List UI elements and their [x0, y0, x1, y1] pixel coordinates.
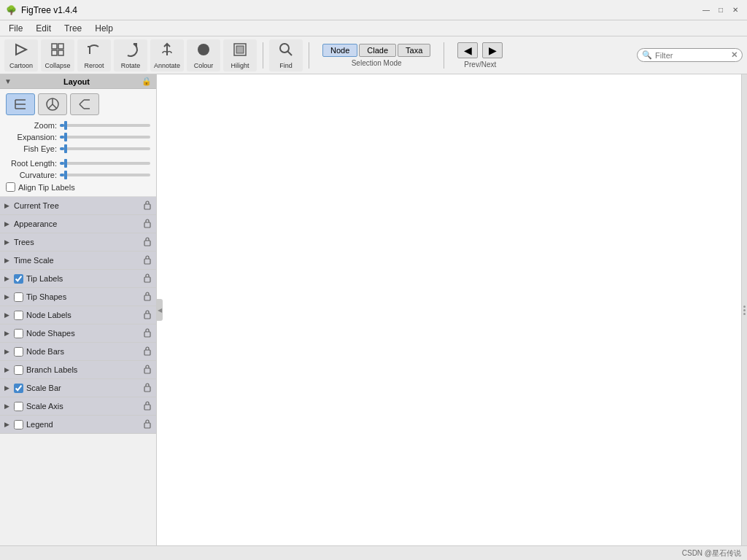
- titlebar-left: 🌳 FigTree v1.4.4: [6, 5, 77, 15]
- menu-item-file[interactable]: File: [3, 22, 28, 35]
- svg-rect-3: [58, 50, 63, 55]
- section-label-nodeShapes: Node Shapes: [26, 329, 140, 338]
- next-button[interactable]: ▶: [482, 42, 503, 58]
- find-label: Find: [279, 62, 293, 69]
- section-timeScale: ▶Time Scale: [0, 252, 156, 270]
- layout-type-buttons: [6, 93, 150, 115]
- prev-button[interactable]: ◀: [457, 42, 478, 58]
- section-check-branchLabels[interactable]: [14, 365, 23, 375]
- svg-rect-32: [144, 405, 150, 410]
- section-check-nodeLabels[interactable]: [14, 311, 23, 320]
- section-header-nodeShapes[interactable]: ▶Node Shapes: [0, 324, 156, 342]
- right-border-handle: [741, 74, 747, 545]
- expansion-thumb: [64, 133, 67, 141]
- selection-mode-group: NodeCladeTaxaSelection Mode: [322, 44, 430, 67]
- filter-search-icon: 🔍: [642, 50, 652, 60]
- section-label-scaleBar: Scale Bar: [26, 384, 140, 392]
- section-check-nodeShapes[interactable]: [14, 329, 23, 338]
- svg-point-4: [198, 44, 209, 55]
- section-header-tipShapes[interactable]: ▶Tip Shapes: [0, 288, 156, 306]
- section-header-legend[interactable]: ▶Legend: [0, 416, 156, 433]
- section-header-branchLabels[interactable]: ▶Branch Labels: [0, 361, 156, 378]
- section-check-legend[interactable]: [14, 420, 23, 429]
- toolbar-separator-1: [263, 42, 263, 69]
- section-header-nodeLabels[interactable]: ▶Node Labels: [0, 306, 156, 324]
- toolbar-reroot-button[interactable]: Reroot: [77, 39, 111, 71]
- section-label-tipLabels: Tip Labels: [26, 274, 140, 283]
- curvature-track: [60, 174, 150, 176]
- section-check-nodeBars[interactable]: [14, 347, 23, 357]
- svg-rect-30: [144, 368, 150, 373]
- rootlength-track: [60, 162, 150, 165]
- toolbar-colour-button[interactable]: Colour: [187, 39, 220, 71]
- section-label-legend: Legend: [26, 420, 140, 429]
- sel-clade-button[interactable]: Clade: [359, 44, 396, 57]
- menu-item-edit[interactable]: Edit: [30, 22, 57, 35]
- svg-rect-31: [144, 386, 150, 392]
- hilight-icon: [231, 41, 249, 61]
- svg-line-15: [53, 104, 57, 109]
- section-scaleAxis: ▶Scale Axis: [0, 397, 156, 416]
- fisheye-row: Fish Eye:: [6, 144, 150, 153]
- svg-rect-23: [144, 241, 150, 246]
- section-header-appearance[interactable]: ▶Appearance: [0, 215, 156, 233]
- minimize-button[interactable]: —: [700, 4, 712, 16]
- find-button[interactable]: Find: [269, 39, 303, 71]
- panel-sections: ▶Current Tree▶Appearance▶Trees▶Time Scal…: [0, 197, 156, 434]
- reroot-label: Reroot: [84, 62, 104, 69]
- close-button[interactable]: ✕: [729, 4, 741, 16]
- section-nodeShapes: ▶Node Shapes: [0, 324, 156, 343]
- layout-rectangular-button[interactable]: [6, 93, 35, 115]
- toolbar-rotate-button[interactable]: Rotate: [114, 39, 147, 71]
- section-header-scaleBar[interactable]: ▶Scale Bar: [0, 379, 156, 397]
- expansion-track: [60, 136, 150, 139]
- filter-input[interactable]: [655, 51, 728, 60]
- section-header-timeScale[interactable]: ▶Time Scale: [0, 252, 156, 269]
- layout-polar-button[interactable]: [38, 93, 67, 115]
- section-arrow-appearance: ▶: [4, 220, 9, 228]
- zoom-thumb: [64, 121, 67, 130]
- section-arrow-nodeLabels: ▶: [4, 311, 9, 319]
- svg-rect-0: [52, 44, 57, 49]
- section-nodeBars: ▶Node Bars: [0, 343, 156, 361]
- filter-clear-button[interactable]: ✕: [731, 50, 738, 60]
- toolbar-collapse-button[interactable]: Collapse: [41, 39, 74, 71]
- section-lock-nodeShapes: [143, 327, 152, 339]
- cartoon-icon: [12, 41, 30, 61]
- statusbar-text: CSDN @星石传说: [682, 548, 741, 559]
- menu-item-help[interactable]: Help: [89, 22, 119, 35]
- section-check-tipLabels[interactable]: [14, 274, 23, 284]
- layout-section-header[interactable]: ▼ Layout 🔒: [0, 74, 156, 89]
- section-check-scaleBar[interactable]: [14, 384, 23, 393]
- expansion-row: Expansion:: [6, 133, 150, 141]
- maximize-button[interactable]: □: [715, 4, 727, 16]
- section-header-scaleAxis[interactable]: ▶Scale Axis: [0, 397, 156, 415]
- svg-rect-28: [144, 332, 150, 337]
- section-header-trees[interactable]: ▶Trees: [0, 233, 156, 251]
- section-check-scaleAxis[interactable]: [14, 402, 23, 411]
- toolbar-hilight-button[interactable]: Hilight: [223, 39, 257, 71]
- svg-rect-25: [144, 277, 150, 282]
- layout-lock-icon: 🔒: [142, 77, 152, 86]
- section-label-appearance: Appearance: [14, 219, 140, 228]
- curvature-label: Curvature:: [6, 171, 57, 179]
- toolbar-cartoon-button[interactable]: Cartoon: [4, 39, 38, 71]
- reroot-icon: [85, 41, 103, 61]
- svg-rect-2: [52, 50, 57, 55]
- section-header-nodeBars[interactable]: ▶Node Bars: [0, 343, 156, 360]
- sel-node-button[interactable]: Node: [322, 44, 357, 57]
- section-trees: ▶Trees: [0, 233, 156, 252]
- sel-taxa-button[interactable]: Taxa: [398, 44, 430, 57]
- section-header-currentTree[interactable]: ▶Current Tree: [0, 197, 156, 214]
- section-lock-tipLabels: [143, 273, 152, 284]
- toolbar-annotate-button[interactable]: Annotate: [150, 39, 184, 71]
- collapse-handle[interactable]: ◀: [157, 299, 163, 321]
- section-label-currentTree: Current Tree: [14, 201, 140, 210]
- align-tip-labels-checkbox[interactable]: [6, 182, 15, 192]
- section-arrow-trees: ▶: [4, 238, 9, 246]
- layout-slanted-button[interactable]: [70, 93, 99, 115]
- handle-dot-1: [743, 306, 746, 308]
- section-header-tipLabels[interactable]: ▶Tip Labels: [0, 270, 156, 287]
- section-check-tipShapes[interactable]: [14, 292, 23, 302]
- menu-item-tree[interactable]: Tree: [58, 22, 88, 35]
